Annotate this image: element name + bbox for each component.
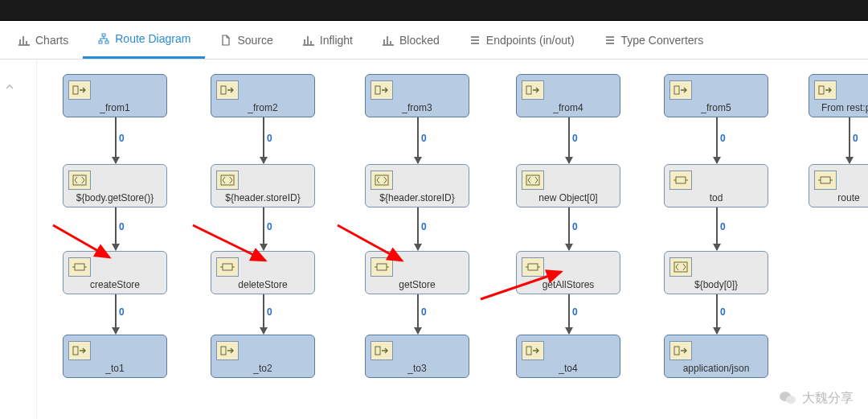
node-label: _to2 [211,363,314,374]
route-node[interactable]: getAllStores [516,251,620,294]
node-type-icon [522,257,544,277]
route-node[interactable]: tod [664,164,768,207]
svg-rect-15 [526,86,531,94]
edge-count: 0 [267,133,272,144]
node-type-icon [814,80,837,100]
tab-label: Type Converters [621,34,704,47]
file-icon [219,34,232,47]
svg-rect-18 [526,347,531,355]
route-edge [716,117,718,163]
tab-route-diagram[interactable]: Route Diagram [83,21,205,59]
svg-rect-3 [73,86,78,94]
route-edge [115,294,117,334]
svg-rect-5 [75,264,84,270]
node-label: _from1 [63,102,166,113]
route-node[interactable]: new Object[0] [516,164,620,207]
route-node[interactable]: _from2 [211,74,315,117]
node-type-icon [669,341,692,360]
tab-blocked[interactable]: Blocked [367,21,454,59]
route-node[interactable]: createStore [63,251,167,294]
route-node[interactable]: _from5 [664,74,768,117]
route-node[interactable]: getStore [365,251,469,294]
node-label: _to4 [517,363,620,374]
svg-rect-2 [105,41,108,43]
route-node[interactable]: From rest:po [809,74,868,117]
node-label: _from3 [366,102,469,113]
route-edge [417,207,419,250]
route-node[interactable]: _to2 [211,335,315,378]
route-node[interactable]: _to3 [365,335,469,378]
node-label: ${body[0]} [665,279,768,290]
node-type-icon [522,341,544,360]
node-label: route [809,192,868,203]
edge-count: 0 [853,133,858,144]
svg-rect-14 [375,347,380,355]
route-edge [568,117,570,163]
route-node[interactable]: deleteStore [211,251,315,294]
sidebar-collapse-button[interactable] [0,76,19,98]
route-edge [568,207,570,250]
svg-rect-10 [221,347,226,355]
edge-count: 0 [572,133,578,144]
svg-rect-20 [676,177,686,183]
route-node[interactable]: _from3 [365,74,469,117]
route-node[interactable]: _to4 [516,335,620,378]
node-label: new Object[0] [517,192,620,203]
route-node[interactable]: ${header.storeID} [365,164,469,207]
node-type-icon [68,257,91,277]
route-edge [263,294,264,334]
route-node[interactable]: route [809,164,868,207]
node-type-icon [68,170,91,190]
route-node[interactable]: ${body[0]} [664,251,768,294]
route-edge [849,117,850,163]
node-label: _to3 [366,363,469,374]
tab-endpoints[interactable]: Endpoints (in/out) [454,21,589,59]
svg-rect-19 [674,86,679,94]
tab-source[interactable]: Source [205,21,287,59]
node-label: ${header.storeID} [366,192,469,203]
route-edge [417,117,419,163]
svg-rect-6 [73,347,78,355]
node-type-icon [371,341,393,360]
tab-label: Charts [35,34,68,47]
barchart-icon [18,34,31,47]
edge-count: 0 [720,221,726,232]
edge-count: 0 [119,133,125,144]
route-node[interactable]: _from4 [516,74,620,117]
node-type-icon [216,170,239,190]
list-icon [604,34,616,47]
svg-rect-23 [819,86,824,94]
node-type-icon [669,80,692,100]
route-edge [568,294,570,334]
svg-rect-17 [528,264,538,270]
barchart-icon [302,34,315,47]
tab-inflight[interactable]: Inflight [288,21,367,59]
node-type-icon [68,341,91,360]
node-type-icon [216,257,239,277]
svg-rect-11 [375,86,380,94]
route-node[interactable]: _from1 [63,74,167,117]
route-node[interactable]: ${header.storeID} [211,164,315,207]
edge-count: 0 [720,306,726,318]
diagram-stage: _from10${body.getStore()}0createStore0_t… [0,60,868,419]
tab-type-converters[interactable]: Type Converters [589,21,719,59]
tab-label: Source [237,34,272,47]
route-canvas[interactable]: _from10${body.getStore()}0createStore0_t… [37,60,868,419]
edge-count: 0 [421,133,427,144]
node-type-icon [669,257,692,277]
node-label: From rest:po [809,102,868,113]
route-node[interactable]: _to1 [63,335,167,378]
sitemap-icon [97,32,110,45]
watermark-text: 大魏分享 [802,390,854,407]
tab-label: Route Diagram [115,32,190,45]
route-edge [716,207,718,250]
tab-charts[interactable]: Charts [3,21,83,59]
node-type-icon [522,80,544,100]
node-label: _from2 [211,102,314,113]
route-edge [417,294,419,334]
edge-count: 0 [720,133,726,144]
node-label: createStore [63,279,166,290]
route-node[interactable]: ${body.getStore()} [63,164,167,207]
route-node[interactable]: application/json [664,335,768,378]
route-edge [115,207,117,250]
